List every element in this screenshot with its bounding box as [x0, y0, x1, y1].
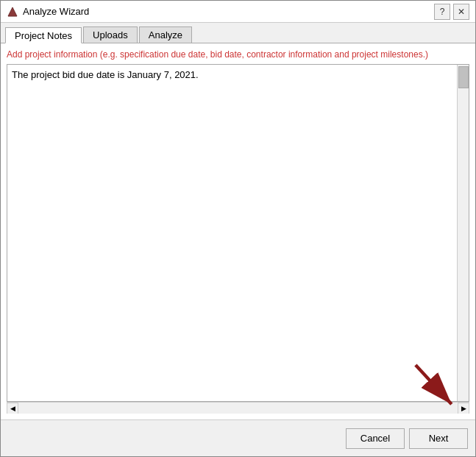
window-title: Analyze Wizard: [23, 6, 434, 17]
cancel-button[interactable]: Cancel: [346, 428, 405, 449]
horizontal-scrollbar-area: ◀ ▶: [7, 402, 469, 414]
tab-uploads[interactable]: Uploads: [83, 26, 138, 43]
close-button[interactable]: ✕: [453, 4, 469, 20]
scroll-right-button[interactable]: ▶: [458, 403, 469, 414]
vertical-scrollbar[interactable]: [457, 65, 469, 401]
project-notes-textarea[interactable]: [7, 65, 457, 401]
app-icon: [7, 6, 18, 18]
scroll-left-button[interactable]: ◀: [7, 403, 18, 414]
title-bar: Analyze Wizard ? ✕: [1, 1, 475, 23]
tab-analyze[interactable]: Analyze: [139, 26, 192, 43]
bottom-bar: Cancel Next: [1, 419, 475, 456]
tab-project-notes[interactable]: Project Notes: [5, 27, 82, 43]
notes-wrapper: [7, 64, 469, 402]
content-area: Add project information (e.g. specificat…: [1, 43, 475, 419]
h-scroll-track[interactable]: [18, 403, 458, 414]
hint-text: Add project information (e.g. specificat…: [7, 49, 469, 60]
scrollbar-thumb-v[interactable]: [458, 66, 469, 88]
help-button[interactable]: ?: [434, 4, 450, 20]
next-button[interactable]: Next: [409, 428, 468, 449]
analyze-wizard-window: Analyze Wizard ? ✕ Project Notes Uploads…: [0, 0, 476, 457]
title-controls: ? ✕: [434, 4, 469, 20]
svg-marker-0: [8, 7, 17, 16]
tabs-bar: Project Notes Uploads Analyze: [1, 23, 475, 43]
